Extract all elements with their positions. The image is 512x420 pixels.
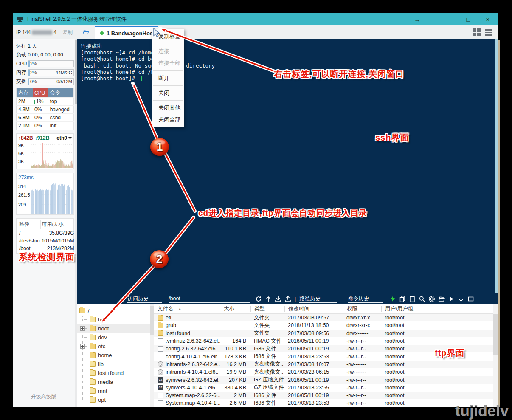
col-modified[interactable]: 修改时间: [284, 306, 343, 312]
file-row[interactable]: System.map-2.6.32-6...2 MBI686 文件2016/05…: [154, 392, 498, 399]
fit-window-button[interactable]: ↔: [408, 16, 427, 23]
grid-view-icon[interactable]: [473, 28, 481, 36]
file-row[interactable]: .vmlinuz-2.6.32-642.el...164 BHMAC 文件201…: [154, 337, 498, 345]
process-table[interactable]: 内存 CPU 命令 2M1%top4.3M0%haveged6.8M0%sshd…: [16, 88, 74, 130]
tree-item-boot[interactable]: boot: [77, 324, 154, 333]
play-icon[interactable]: [448, 296, 455, 302]
disk-avail: 35.8G/39G: [41, 229, 75, 237]
file-row[interactable]: GZsymvers-2.6.32-642.el...207 KBGZ 压缩文件2…: [154, 376, 498, 383]
load-label: 负载 0.00, 0.00, 0.00: [16, 51, 74, 59]
col-size[interactable]: 大小: [220, 306, 250, 312]
col-memory[interactable]: 内存: [17, 88, 33, 98]
command-history-field[interactable]: 命令历史: [348, 295, 383, 303]
process-row[interactable]: 4.3M0%haveged: [17, 106, 74, 114]
disk-table[interactable]: 路径 可用/大小 /35.8G/39G/dev/shm1015M/1015M/b…: [18, 220, 75, 252]
copy-icon[interactable]: [399, 296, 406, 302]
folder-icon: [90, 361, 96, 367]
tree-scrollbar[interactable]: [150, 304, 154, 407]
col-type[interactable]: 类型: [250, 306, 284, 312]
file-size: 2.6 MB: [220, 400, 250, 406]
col-permission[interactable]: 权限: [343, 306, 381, 312]
process-row[interactable]: 6.8M0%sshd: [17, 114, 74, 122]
copy-ip-button[interactable]: 复制: [62, 29, 73, 36]
tree-item-media[interactable]: media: [77, 378, 154, 386]
menu-item-close[interactable]: 关闭: [152, 87, 184, 99]
tree-item-mnt[interactable]: mnt: [77, 386, 154, 395]
tree-item-opt[interactable]: opt: [77, 395, 154, 404]
col-path[interactable]: 路径: [18, 220, 41, 229]
access-history-field[interactable]: 访问历史: [127, 295, 162, 303]
upload-rate: ↑842B: [18, 135, 33, 141]
tree-item-dev[interactable]: dev: [77, 333, 154, 342]
disk-row[interactable]: /35.8G/39G: [18, 229, 75, 237]
file-row[interactable]: efi文件夹2017/03/08 09:57drwxr-xr-xroot/roo…: [154, 314, 498, 321]
path-history-field[interactable]: 路径历史: [299, 295, 337, 303]
window-icon[interactable]: [467, 296, 474, 302]
screenshot-stage: FinalShell 2.9.5.2 一体化服务器管理软件 ↔ — □ × IP…: [0, 0, 512, 420]
tree-item-bin[interactable]: bin: [77, 315, 154, 324]
file-modified: 2016/05/11 00:19: [284, 377, 343, 383]
terminal-line: [root@host home]# cd boot: [81, 56, 498, 62]
directory-tree[interactable]: /binbootdevetchomeliblost+foundmediamnto…: [77, 304, 154, 407]
interface-selector[interactable]: eth0: [56, 135, 72, 141]
tree-item-home[interactable]: home: [77, 351, 154, 360]
title-bar[interactable]: FinalShell 2.9.5.2 一体化服务器管理软件 ↔ — □ ×: [13, 13, 498, 25]
file-permission: -rw-r--r--: [343, 354, 381, 360]
open-folder-icon[interactable]: [438, 296, 445, 302]
maximize-button[interactable]: □: [459, 16, 478, 23]
file-row[interactable]: System.map-4.10.4-1...2.6 MBI686 文件2017/…: [154, 399, 498, 407]
menu-item-close-others[interactable]: 关闭其他: [152, 102, 184, 114]
system-monitor-sidebar: 运行 1 天 负载 0.00, 0.00, 0.00 CPU 2% 内存 2% …: [13, 39, 77, 407]
tree-item-[interactable]: /: [77, 306, 154, 315]
latency-label: 273ms: [18, 175, 72, 180]
file-table-scrollbar[interactable]: [493, 304, 498, 407]
refresh-icon[interactable]: [255, 296, 262, 302]
open-connection-button[interactable]: [77, 25, 95, 39]
file-icon: [158, 400, 163, 406]
disk-row[interactable]: /dev/shm1015M/1015M: [18, 237, 75, 245]
mouse-cursor-icon: [153, 28, 161, 37]
col-avail-size[interactable]: 可用/大小: [41, 220, 75, 229]
menu-item-disconnect[interactable]: 断开: [152, 72, 184, 84]
upgrade-link[interactable]: 升级高级版: [13, 393, 74, 400]
search-icon[interactable]: [419, 296, 425, 302]
process-row[interactable]: 2.1M0%init: [17, 122, 74, 130]
window-title: FinalShell 2.9.5.2 一体化服务器管理软件: [27, 15, 408, 23]
minimize-button[interactable]: —: [439, 16, 459, 23]
file-row[interactable]: lost+found文件夹2017/03/08 09:56drwx------r…: [154, 330, 498, 337]
file-name-cell: GZsymvers-2.6.32-642.el...: [154, 377, 220, 383]
col-owner[interactable]: 用户/用户组: [381, 306, 428, 312]
file-row[interactable]: initramfs-4.10.4-1.el6....19.9 MB光盘映像文..…: [154, 368, 498, 376]
session-tab[interactable]: 1 BandwagonHost: [95, 26, 158, 39]
down-arrow-icon[interactable]: [458, 296, 464, 302]
expand-icon[interactable]: [80, 326, 85, 331]
process-row[interactable]: 2M1%top: [17, 98, 74, 106]
sort-asc-icon: ▲: [178, 306, 182, 312]
file-row[interactable]: GZsymvers-4.10.4-1.el6....330.4 KBGZ 压缩文…: [154, 384, 498, 392]
paste-icon[interactable]: [409, 296, 416, 302]
file-row[interactable]: initramfs-2.6.32-642.e...16.2 MB光盘映像文...…: [154, 361, 498, 368]
col-command[interactable]: 命令: [48, 88, 74, 98]
download-icon[interactable]: [275, 296, 281, 302]
tree-item-etc[interactable]: etc: [77, 342, 154, 351]
file-type: 文件夹: [250, 322, 284, 329]
tree-item-lostfound[interactable]: lost+found: [77, 369, 154, 378]
list-view-icon[interactable]: [485, 28, 492, 37]
col-cpu[interactable]: CPU: [33, 88, 48, 98]
file-type: GZ 压缩文件: [250, 384, 284, 391]
file-name: symvers-2.6.32-642.el...: [166, 377, 220, 383]
file-owner: root/root: [381, 330, 428, 336]
gear-icon[interactable]: [428, 296, 435, 302]
path-field[interactable]: /boot: [169, 295, 250, 303]
file-table-header[interactable]: 文件名▲ 大小 类型 修改时间 权限 用户/用户组: [154, 304, 498, 314]
expand-icon[interactable]: [80, 344, 85, 349]
menu-item-connect-all: 连接全部: [152, 57, 184, 69]
file-row[interactable]: grub文件夹2018/11/13 18:50drwxr-xr-xroot/ro…: [154, 321, 498, 329]
close-button[interactable]: ×: [478, 16, 498, 23]
col-filename[interactable]: 文件名▲: [154, 306, 220, 312]
menu-item-close-all[interactable]: 关闭全部: [152, 114, 184, 126]
file-type: HMAC 文件: [250, 338, 284, 345]
tree-item-lib[interactable]: lib: [77, 360, 154, 369]
up-arrow-icon[interactable]: [265, 296, 272, 302]
upload-icon[interactable]: [284, 296, 291, 302]
